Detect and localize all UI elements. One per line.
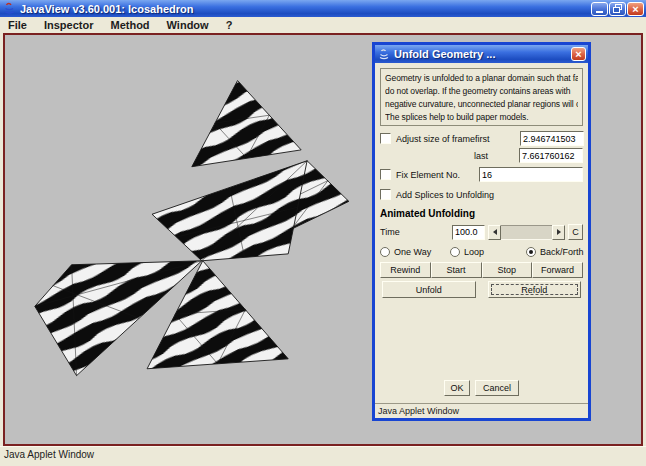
refold-button[interactable]: Refold — [488, 281, 582, 298]
adjust-frame-option[interactable]: Adjust size of frame — [380, 133, 475, 144]
time-scrollbar[interactable] — [488, 225, 565, 240]
forward-button[interactable]: Forward — [532, 262, 583, 278]
radio-loop[interactable]: Loop — [450, 247, 526, 257]
description-line: The splices help to build paper models. — [385, 111, 578, 124]
status-bar: Java Applet Window — [0, 446, 646, 466]
menu-method[interactable]: Method — [110, 19, 149, 31]
adjust-frame-checkbox[interactable] — [380, 133, 391, 144]
description-line: negative curvature, unconnected planar r… — [385, 98, 578, 111]
start-button[interactable]: Start — [431, 262, 482, 278]
fix-element-checkbox[interactable] — [380, 169, 391, 180]
rewind-button[interactable]: Rewind — [380, 262, 431, 278]
last-field[interactable] — [519, 148, 583, 163]
ok-button[interactable]: OK — [444, 380, 470, 396]
menu-inspector[interactable]: Inspector — [44, 19, 94, 31]
arrow-right-icon — [557, 229, 564, 235]
last-label: last — [474, 151, 519, 161]
one-way-radio-icon[interactable] — [380, 247, 390, 257]
loop-label: Loop — [464, 247, 484, 257]
dialog-title: Unfold Geometry ... — [394, 48, 571, 60]
adjust-frame-label: Adjust size of frame — [396, 134, 475, 144]
dialog-status-bar: Java Applet Window — [375, 403, 588, 418]
javaview-icon — [3, 2, 16, 15]
first-label: first — [475, 134, 520, 144]
minimize-button[interactable] — [591, 2, 608, 16]
dialog-close-icon: × — [575, 49, 581, 59]
minimize-icon — [596, 11, 603, 13]
first-field[interactable] — [520, 131, 584, 146]
fix-element-option[interactable]: Fix Element No. — [380, 169, 479, 180]
dialog-close-button[interactable]: × — [571, 47, 586, 61]
menu-file[interactable]: File — [8, 19, 27, 31]
backforth-label: Back/Forth — [540, 247, 584, 257]
title-bar[interactable]: JavaView v3.60.001: Icosahedron × — [0, 0, 646, 17]
radio-backforth[interactable]: Back/Forth — [526, 247, 584, 257]
javaview-window: JavaView v3.60.001: Icosahedron × File I… — [0, 0, 646, 466]
scrollbar-left-button[interactable] — [488, 225, 501, 240]
scrollbar-track[interactable] — [501, 225, 552, 240]
close-button[interactable]: × — [627, 2, 644, 16]
time-label: Time — [380, 227, 452, 237]
time-field[interactable] — [452, 225, 485, 240]
dialog-icon — [378, 48, 390, 60]
icosahedron-net — [35, 81, 349, 376]
stop-button[interactable]: Stop — [482, 262, 533, 278]
radio-one-way[interactable]: One Way — [380, 247, 450, 257]
fix-element-label: Fix Element No. — [396, 170, 460, 180]
close-icon: × — [632, 4, 638, 14]
menu-help[interactable]: ? — [226, 19, 233, 31]
menu-bar: File Inspector Method Window ? — [0, 17, 646, 33]
animated-unfolding-header: Animated Unfolding — [380, 208, 583, 219]
splices-label: Add Splices to Unfolding — [396, 190, 494, 200]
one-way-label: One Way — [394, 247, 431, 257]
unfold-geometry-dialog: Unfold Geometry ... × Geometry is unfold… — [372, 42, 591, 421]
backforth-radio-icon[interactable] — [526, 247, 536, 257]
c-button[interactable]: C — [568, 224, 583, 240]
scrollbar-right-button[interactable] — [552, 225, 565, 240]
dialog-title-bar[interactable]: Unfold Geometry ... × — [375, 45, 588, 63]
cancel-button[interactable]: Cancel — [475, 380, 519, 396]
loop-radio-icon[interactable] — [450, 247, 460, 257]
splices-checkbox[interactable] — [380, 189, 391, 200]
description-line: Geometry is unfolded to a planar domain … — [385, 72, 578, 85]
menu-window[interactable]: Window — [167, 19, 209, 31]
restore-button[interactable] — [609, 2, 626, 16]
description-line: do not overlap. If the geometry contains… — [385, 85, 578, 98]
splices-option[interactable]: Add Splices to Unfolding — [380, 189, 583, 200]
window-title: JavaView v3.60.001: Icosahedron — [20, 3, 590, 15]
restore-icon — [613, 4, 622, 13]
fix-element-field[interactable] — [479, 167, 583, 182]
unfold-button[interactable]: Unfold — [382, 281, 476, 298]
description-panel: Geometry is unfolded to a planar domain … — [380, 68, 583, 126]
dialog-body: Geometry is unfolded to a planar domain … — [375, 63, 588, 403]
arrow-left-icon — [490, 229, 497, 235]
